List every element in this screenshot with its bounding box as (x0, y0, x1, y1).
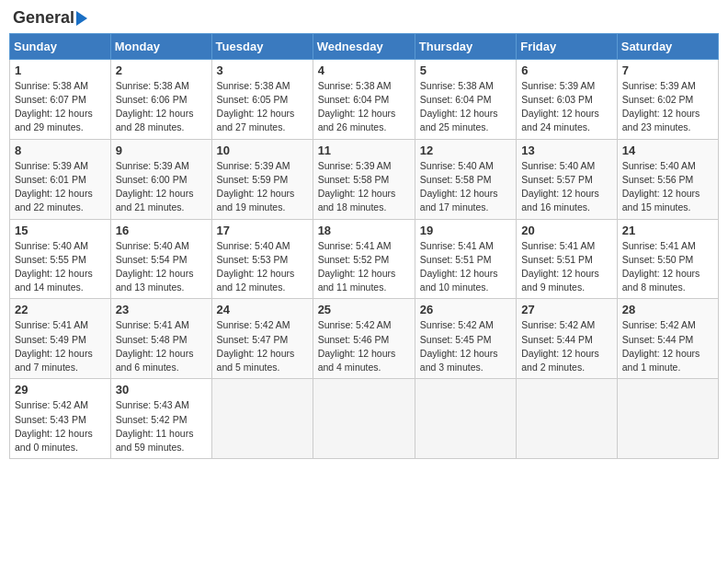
day-cell-5: 5Sunrise: 5:38 AM Sunset: 6:04 PM Daylig… (415, 59, 516, 139)
day-cell-27: 27Sunrise: 5:42 AM Sunset: 5:44 PM Dayli… (517, 299, 618, 379)
day-info: Sunrise: 5:39 AM Sunset: 6:03 PM Dayligh… (521, 79, 612, 135)
day-cell-19: 19Sunrise: 5:41 AM Sunset: 5:51 PM Dayli… (415, 219, 516, 299)
week-row-4: 22Sunrise: 5:41 AM Sunset: 5:49 PM Dayli… (10, 299, 719, 379)
day-info: Sunrise: 5:40 AM Sunset: 5:53 PM Dayligh… (217, 239, 308, 295)
day-number: 28 (622, 303, 713, 316)
day-number: 11 (318, 144, 410, 157)
day-number: 13 (521, 144, 612, 157)
day-info: Sunrise: 5:41 AM Sunset: 5:52 PM Dayligh… (318, 239, 410, 295)
day-info: Sunrise: 5:39 AM Sunset: 5:58 PM Dayligh… (318, 159, 410, 215)
day-cell-4: 4Sunrise: 5:38 AM Sunset: 6:04 PM Daylig… (313, 59, 415, 139)
calendar-table: SundayMondayTuesdayWednesdayThursdayFrid… (9, 33, 719, 459)
day-cell-21: 21Sunrise: 5:41 AM Sunset: 5:50 PM Dayli… (617, 219, 718, 299)
day-number: 22 (15, 303, 106, 316)
day-cell-12: 12Sunrise: 5:40 AM Sunset: 5:58 PM Dayli… (415, 139, 516, 219)
col-header-thursday: Thursday (415, 33, 516, 59)
day-info: Sunrise: 5:39 AM Sunset: 6:01 PM Dayligh… (15, 159, 106, 215)
day-cell-18: 18Sunrise: 5:41 AM Sunset: 5:52 PM Dayli… (313, 219, 415, 299)
week-row-5: 29Sunrise: 5:42 AM Sunset: 5:43 PM Dayli… (10, 379, 719, 459)
day-cell-17: 17Sunrise: 5:40 AM Sunset: 5:53 PM Dayli… (211, 219, 313, 299)
day-number: 20 (521, 224, 612, 237)
day-number: 27 (521, 303, 612, 316)
day-info: Sunrise: 5:42 AM Sunset: 5:47 PM Dayligh… (217, 318, 308, 374)
col-header-sunday: Sunday (10, 33, 111, 59)
day-number: 10 (217, 144, 308, 157)
week-row-1: 1Sunrise: 5:38 AM Sunset: 6:07 PM Daylig… (10, 59, 719, 139)
day-info: Sunrise: 5:41 AM Sunset: 5:48 PM Dayligh… (116, 318, 207, 374)
day-info: Sunrise: 5:42 AM Sunset: 5:44 PM Dayligh… (521, 318, 612, 374)
day-number: 15 (15, 224, 106, 237)
logo: General (13, 9, 87, 28)
col-header-wednesday: Wednesday (313, 33, 415, 59)
day-cell-11: 11Sunrise: 5:39 AM Sunset: 5:58 PM Dayli… (313, 139, 415, 219)
day-number: 8 (15, 144, 106, 157)
day-info: Sunrise: 5:40 AM Sunset: 5:57 PM Dayligh… (521, 159, 612, 215)
day-info: Sunrise: 5:43 AM Sunset: 5:42 PM Dayligh… (116, 398, 207, 454)
day-number: 24 (217, 303, 308, 316)
day-cell-7: 7Sunrise: 5:39 AM Sunset: 6:02 PM Daylig… (617, 59, 718, 139)
day-number: 29 (15, 383, 106, 396)
day-info: Sunrise: 5:40 AM Sunset: 5:55 PM Dayligh… (15, 239, 106, 295)
day-info: Sunrise: 5:39 AM Sunset: 5:59 PM Dayligh… (217, 159, 308, 215)
day-cell-2: 2Sunrise: 5:38 AM Sunset: 6:06 PM Daylig… (110, 59, 211, 139)
day-cell-10: 10Sunrise: 5:39 AM Sunset: 5:59 PM Dayli… (211, 139, 313, 219)
day-cell-22: 22Sunrise: 5:41 AM Sunset: 5:49 PM Dayli… (10, 299, 111, 379)
day-cell-9: 9Sunrise: 5:39 AM Sunset: 6:00 PM Daylig… (110, 139, 211, 219)
day-number: 12 (420, 144, 511, 157)
day-number: 7 (622, 63, 713, 77)
day-number: 16 (116, 224, 207, 237)
week-row-3: 15Sunrise: 5:40 AM Sunset: 5:55 PM Dayli… (10, 219, 719, 299)
day-info: Sunrise: 5:41 AM Sunset: 5:49 PM Dayligh… (15, 318, 106, 374)
day-cell-3: 3Sunrise: 5:38 AM Sunset: 6:05 PM Daylig… (211, 59, 313, 139)
day-cell-23: 23Sunrise: 5:41 AM Sunset: 5:48 PM Dayli… (110, 299, 211, 379)
col-header-friday: Friday (517, 33, 618, 59)
day-info: Sunrise: 5:41 AM Sunset: 5:51 PM Dayligh… (521, 239, 612, 295)
day-number: 21 (622, 224, 713, 237)
day-info: Sunrise: 5:42 AM Sunset: 5:45 PM Dayligh… (420, 318, 511, 374)
day-cell-29: 29Sunrise: 5:42 AM Sunset: 5:43 PM Dayli… (10, 379, 111, 459)
day-number: 1 (15, 63, 106, 77)
empty-cell (617, 379, 718, 459)
day-number: 2 (116, 63, 207, 77)
day-number: 17 (217, 224, 308, 237)
day-cell-15: 15Sunrise: 5:40 AM Sunset: 5:55 PM Dayli… (10, 219, 111, 299)
day-number: 9 (116, 144, 207, 157)
day-info: Sunrise: 5:39 AM Sunset: 6:02 PM Dayligh… (622, 79, 713, 135)
day-info: Sunrise: 5:41 AM Sunset: 5:51 PM Dayligh… (420, 239, 511, 295)
day-number: 23 (116, 303, 207, 316)
day-cell-1: 1Sunrise: 5:38 AM Sunset: 6:07 PM Daylig… (10, 59, 111, 139)
day-cell-13: 13Sunrise: 5:40 AM Sunset: 5:57 PM Dayli… (517, 139, 618, 219)
day-number: 3 (217, 63, 308, 77)
day-cell-28: 28Sunrise: 5:42 AM Sunset: 5:44 PM Dayli… (617, 299, 718, 379)
day-info: Sunrise: 5:40 AM Sunset: 5:54 PM Dayligh… (116, 239, 207, 295)
day-info: Sunrise: 5:41 AM Sunset: 5:50 PM Dayligh… (622, 239, 713, 295)
day-number: 5 (420, 63, 511, 77)
week-row-2: 8Sunrise: 5:39 AM Sunset: 6:01 PM Daylig… (10, 139, 719, 219)
day-number: 26 (420, 303, 511, 316)
day-cell-20: 20Sunrise: 5:41 AM Sunset: 5:51 PM Dayli… (517, 219, 618, 299)
day-number: 25 (318, 303, 410, 316)
day-cell-30: 30Sunrise: 5:43 AM Sunset: 5:42 PM Dayli… (110, 379, 211, 459)
day-info: Sunrise: 5:39 AM Sunset: 6:00 PM Dayligh… (116, 159, 207, 215)
day-number: 6 (521, 63, 612, 77)
day-info: Sunrise: 5:40 AM Sunset: 5:56 PM Dayligh… (622, 159, 713, 215)
day-number: 19 (420, 224, 511, 237)
day-cell-6: 6Sunrise: 5:39 AM Sunset: 6:03 PM Daylig… (517, 59, 618, 139)
empty-cell (415, 379, 516, 459)
day-info: Sunrise: 5:38 AM Sunset: 6:04 PM Dayligh… (420, 79, 511, 135)
day-info: Sunrise: 5:38 AM Sunset: 6:06 PM Dayligh… (116, 79, 207, 135)
day-info: Sunrise: 5:38 AM Sunset: 6:07 PM Dayligh… (15, 79, 106, 135)
day-cell-26: 26Sunrise: 5:42 AM Sunset: 5:45 PM Dayli… (415, 299, 516, 379)
day-info: Sunrise: 5:38 AM Sunset: 6:04 PM Dayligh… (318, 79, 410, 135)
page-header: General (9, 9, 719, 28)
day-cell-25: 25Sunrise: 5:42 AM Sunset: 5:46 PM Dayli… (313, 299, 415, 379)
day-cell-8: 8Sunrise: 5:39 AM Sunset: 6:01 PM Daylig… (10, 139, 111, 219)
col-header-tuesday: Tuesday (211, 33, 313, 59)
day-info: Sunrise: 5:38 AM Sunset: 6:05 PM Dayligh… (217, 79, 308, 135)
col-header-monday: Monday (110, 33, 211, 59)
col-header-saturday: Saturday (617, 33, 718, 59)
day-cell-14: 14Sunrise: 5:40 AM Sunset: 5:56 PM Dayli… (617, 139, 718, 219)
empty-cell (313, 379, 415, 459)
day-cell-16: 16Sunrise: 5:40 AM Sunset: 5:54 PM Dayli… (110, 219, 211, 299)
day-info: Sunrise: 5:40 AM Sunset: 5:58 PM Dayligh… (420, 159, 511, 215)
